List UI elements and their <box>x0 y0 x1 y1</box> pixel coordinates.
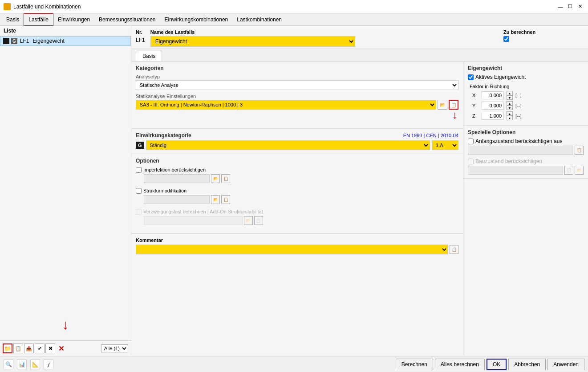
faktor-x-label: X <box>472 93 479 98</box>
tab-einwirkungskombinationen[interactable]: Einwirkungskombinationen <box>160 13 233 26</box>
sidebar-header: Liste <box>0 26 131 36</box>
analysetyp-label: Analysetyp <box>136 74 458 79</box>
faktor-z-unit: [--] <box>515 113 521 119</box>
anwenden-button[interactable]: Anwenden <box>547 359 584 370</box>
spez-option1-group: Anfangszustand berücksichtigen aus 📋 <box>468 138 584 155</box>
statik-label: Statikanalyse-Einstellungen <box>136 94 458 99</box>
abbrechen-button[interactable]: Abbrechen <box>508 359 546 370</box>
bottom-formula-button[interactable]: 𝑓 <box>44 360 53 369</box>
einwirkung-header: Einwirkungskategorie EN 1990 | CEN | 201… <box>136 132 458 139</box>
option1-input[interactable] <box>144 174 210 183</box>
copy-icon: 📋 <box>15 346 21 352</box>
option1-check-row: Imperfektion berücksichtigen <box>136 167 230 173</box>
einwirkung-code-select[interactable]: 1.A <box>432 140 458 150</box>
einwirkung-kategorie-select[interactable]: Ständig <box>146 140 430 150</box>
bottom-buttons: Berechnen Alles berechnen OK Abbrechen A… <box>396 359 584 370</box>
option1-btn1[interactable]: 📂 <box>211 174 220 183</box>
faktor-table: X ▲ ▼ [--] Y <box>472 91 584 120</box>
titlebar-title: Lastfälle und Kombinationen <box>13 4 81 10</box>
zu-berechnen-checkbox[interactable] <box>503 36 509 42</box>
faktor-x-input[interactable] <box>482 91 504 99</box>
spez-option2-group: Bauzustand berücksichtigen 📋 📂 <box>468 158 584 175</box>
sa-new-button[interactable]: 📋 <box>449 100 458 110</box>
sidebar-item-color <box>3 38 9 44</box>
option2-input[interactable] <box>144 195 210 204</box>
sa-row: SA3 - III. Ordnung | Newton-Raphson | 10… <box>136 100 458 110</box>
sa-red-arrow-icon: ↓ <box>452 109 458 121</box>
einwirkung-title: Einwirkungskategorie <box>136 132 191 139</box>
spez-option1-btn[interactable]: 📋 <box>575 146 584 155</box>
spez-option2-btn1: 📋 <box>564 166 573 175</box>
tab-lastfaelle[interactable]: Lastfälle <box>24 13 53 26</box>
tab-basis[interactable]: Basis <box>2 13 24 26</box>
name-label: Name des Lastfalls <box>150 29 495 35</box>
sidebar-arrow-area: ↓ <box>0 309 131 340</box>
faktor-z-down[interactable]: ▼ <box>507 116 513 120</box>
berechnen-button[interactable]: Berechnen <box>396 359 433 370</box>
optionen-title: Optionen <box>136 158 458 164</box>
option1-btn2[interactable]: 📋 <box>221 174 230 183</box>
einwirkung-badge: G <box>136 142 144 149</box>
horizontal-panels: Kategorien Analysetyp Statische Analyse … <box>131 61 588 356</box>
ok-button[interactable]: OK <box>487 359 507 370</box>
faktor-x-down[interactable]: ▼ <box>507 95 513 100</box>
sidebar-item-lf1[interactable]: G LF1 Eigengewicht <box>0 36 131 46</box>
eigengewicht-check-row: Aktives Eigengewicht <box>468 74 584 80</box>
sidebar-copy-button[interactable]: 📋 <box>13 343 23 353</box>
name-dropdown[interactable]: Eigengewicht <box>150 36 355 47</box>
kommentar-select[interactable] <box>136 245 448 254</box>
sa-select[interactable]: SA3 - III. Ordnung | Newton-Raphson | 10… <box>136 100 436 110</box>
close-button[interactable]: ✕ <box>576 2 584 11</box>
tab-lastkombinationen[interactable]: Lastkombinationen <box>232 13 286 26</box>
option2-label: Strukturmodifikation <box>143 188 187 193</box>
option2-checkbox[interactable] <box>136 188 142 194</box>
main-area: Liste G LF1 Eigengewicht ↓ 📁 📋 📤 ✔ <box>0 26 588 356</box>
spez-option2-input <box>468 166 563 175</box>
sidebar-red-arrow-icon: ↓ <box>62 318 69 331</box>
sidebar-export-button[interactable]: 📤 <box>24 343 34 353</box>
bottom-search-button[interactable]: 🔍 <box>4 360 13 369</box>
spezielle-title: Spezielle Optionen <box>468 129 584 135</box>
faktor-x-unit: [--] <box>515 93 521 98</box>
sidebar-spacer <box>0 46 131 309</box>
app-icon <box>4 3 11 10</box>
spez-option2-btn2: 📂 <box>575 166 584 175</box>
minimize-button[interactable]: — <box>556 2 565 11</box>
basis-tab[interactable]: Basis <box>136 51 162 61</box>
formula-icon: 𝑓 <box>48 361 49 368</box>
faktor-y-input[interactable] <box>482 102 504 110</box>
faktor-y-up[interactable]: ▲ <box>507 101 513 106</box>
faktor-x-up[interactable]: ▲ <box>507 91 513 95</box>
alles-berechnen-button[interactable]: Alles berechnen <box>435 359 485 370</box>
option2-btn1[interactable]: 📂 <box>211 195 220 204</box>
sidebar-cross-check-button[interactable]: ✖ <box>45 343 55 353</box>
bottom-diagram-button[interactable]: 📐 <box>30 360 40 369</box>
kommentar-copy-btn[interactable]: 📋 <box>450 245 458 254</box>
sidebar-filter-dropdown[interactable]: Alle (1) <box>101 344 128 352</box>
edit-icon: 📂 <box>440 102 445 107</box>
tab-einwirkungen[interactable]: Einwirkungen <box>53 13 94 26</box>
faktor-y-label: Y <box>472 103 479 108</box>
aktives-checkbox[interactable] <box>468 74 474 80</box>
spez-option1-input[interactable] <box>468 146 573 155</box>
sidebar-delete-button[interactable]: ✕ <box>56 343 66 353</box>
faktor-z-up[interactable]: ▲ <box>507 111 513 116</box>
search-icon: 🔍 <box>5 361 12 368</box>
sidebar-item-label: Eigengewicht <box>32 38 64 44</box>
sidebar-check-button[interactable]: ✔ <box>35 343 45 353</box>
option2-btn2[interactable]: 📋 <box>221 195 230 204</box>
bottom-table-button[interactable]: 📊 <box>17 360 27 369</box>
faktor-z-input[interactable] <box>482 112 504 120</box>
faktor-y-down[interactable]: ▼ <box>507 106 513 110</box>
spez-option1-checkbox[interactable] <box>468 139 474 144</box>
sidebar-add-button[interactable]: 📁 <box>3 343 12 353</box>
sa-edit-button[interactable]: 📂 <box>438 100 447 110</box>
kategorien-section: Kategorien Analysetyp Statische Analyse … <box>131 61 463 129</box>
left-panel: Kategorien Analysetyp Statische Analyse … <box>131 61 463 356</box>
tab-bemessungssituationen[interactable]: Bemessungssituationen <box>94 13 160 26</box>
analysetyp-select[interactable]: Statische Analyse <box>136 80 458 90</box>
maximize-button[interactable]: ☐ <box>566 2 575 11</box>
option3-btn2: 📋 <box>254 216 263 225</box>
option1-checkbox[interactable] <box>136 167 142 173</box>
cross-check-icon: ✖ <box>49 346 53 352</box>
